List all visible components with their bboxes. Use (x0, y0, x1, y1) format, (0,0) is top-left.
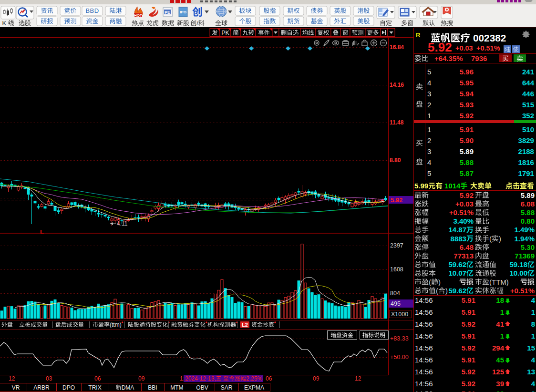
svg-text:VR: VR (12, 384, 20, 391)
svg-text:7936: 7936 (471, 54, 487, 62)
svg-text:2024-12-13,: 2024-12-13, (185, 375, 216, 382)
svg-text:): ) (438, 278, 441, 286)
svg-text:2.25%: 2.25% (246, 375, 262, 382)
svg-text:60: 60 (496, 390, 504, 392)
svg-text:(TTM): (TTM) (489, 278, 509, 286)
svg-text:(: ( (489, 235, 492, 243)
svg-text:14:56: 14:56 (415, 368, 433, 376)
svg-text:5.92: 5.92 (460, 191, 474, 199)
svg-text:5.92: 5.92 (462, 380, 475, 388)
svg-text:DPO: DPO (62, 384, 75, 391)
svg-text:OBV: OBV (196, 384, 208, 391)
svg-text:L: L (40, 228, 44, 236)
svg-text:3.40%: 3.40% (454, 217, 474, 225)
svg-text:12: 12 (355, 375, 361, 382)
svg-text:5.91: 5.91 (462, 308, 475, 316)
svg-text:2188: 2188 (518, 147, 534, 155)
svg-text:): ) (499, 235, 501, 243)
svg-text:5.88: 5.88 (460, 158, 474, 166)
svg-text:14:56: 14:56 (415, 390, 433, 392)
svg-text:8.80: 8.80 (390, 157, 401, 164)
svg-text:5.92: 5.92 (462, 344, 475, 352)
svg-text:1.94%: 1.94% (515, 235, 535, 243)
svg-text:8883: 8883 (451, 235, 466, 243)
svg-text:1: 1 (500, 308, 504, 316)
svg-text:6: 6 (531, 390, 535, 392)
svg-text:09: 09 (138, 375, 145, 382)
svg-text:18: 18 (496, 296, 504, 304)
svg-text:5.91: 5.91 (462, 390, 475, 392)
svg-text:510: 510 (522, 125, 534, 134)
svg-text:3: 3 (427, 147, 431, 155)
svg-text:5: 5 (427, 68, 431, 76)
svg-text:5.94: 5.94 (460, 90, 474, 98)
svg-text:X1000: X1000 (391, 311, 408, 318)
svg-text:4: 4 (531, 380, 536, 388)
svg-text:12: 12 (9, 375, 15, 382)
svg-text:(ttm): (ttm) (110, 321, 122, 328)
svg-text:1014: 1014 (444, 182, 461, 190)
svg-text:10.07: 10.07 (449, 269, 467, 277)
svg-text:3829: 3829 (518, 136, 534, 144)
svg-text:K: K (2, 20, 8, 27)
svg-text:+0.51%: +0.51% (510, 287, 535, 295)
svg-text:PK: PK (221, 30, 229, 36)
svg-text:TRIX: TRIX (88, 384, 101, 391)
svg-text:+0.51%: +0.51% (449, 208, 474, 217)
svg-text:5.91: 5.91 (462, 332, 475, 340)
svg-text:241: 241 (522, 68, 534, 76)
svg-text:6.48: 6.48 (460, 243, 474, 251)
svg-text:5.92: 5.92 (462, 320, 475, 328)
svg-text:5.92: 5.92 (460, 112, 474, 120)
svg-text:1816: 1816 (518, 158, 534, 166)
svg-text:41: 41 (496, 320, 504, 328)
svg-text:/: / (196, 20, 198, 27)
svg-text:DMA: DMA (122, 384, 134, 391)
svg-text:5.88: 5.88 (521, 208, 535, 217)
svg-text:13: 13 (527, 368, 535, 376)
svg-text:644: 644 (522, 79, 535, 87)
svg-text:5.92: 5.92 (428, 40, 452, 54)
svg-text:1791: 1791 (518, 169, 534, 177)
svg-text:39: 39 (496, 380, 504, 388)
svg-text:5.92: 5.92 (391, 196, 402, 204)
svg-text:1: 1 (500, 332, 504, 340)
svg-text:294: 294 (492, 344, 505, 352)
svg-text:14:56: 14:56 (415, 308, 433, 316)
svg-text:03: 03 (46, 375, 52, 382)
svg-text:+83.33: +83.33 (390, 335, 409, 342)
svg-text:352: 352 (522, 112, 534, 120)
svg-text:59.18: 59.18 (510, 260, 528, 268)
svg-text:10.00: 10.00 (510, 269, 528, 277)
svg-text:+64.35%: +64.35% (434, 54, 463, 62)
svg-text:5.95: 5.95 (460, 79, 474, 87)
svg-text:11.48: 11.48 (390, 119, 404, 126)
svg-text:R: R (416, 31, 421, 39)
svg-text:MTM: MTM (170, 384, 183, 391)
svg-text:71369: 71369 (515, 252, 535, 260)
svg-text:1: 1 (427, 112, 431, 120)
svg-text:1: 1 (531, 332, 535, 340)
svg-text:+0.51%: +0.51% (476, 44, 500, 52)
svg-text:EXPMA: EXPMA (244, 384, 264, 391)
svg-text:06: 06 (94, 375, 101, 382)
svg-text:SAR: SAR (221, 384, 233, 391)
svg-text:14:56: 14:56 (415, 320, 433, 328)
svg-text:5.89: 5.89 (460, 147, 474, 155)
svg-text:5.91: 5.91 (460, 125, 474, 134)
svg-text:2: 2 (427, 101, 431, 109)
svg-text:BBI: BBI (148, 384, 157, 391)
svg-text:2: 2 (427, 136, 431, 144)
svg-text:4: 4 (531, 296, 536, 304)
svg-text:804: 804 (390, 290, 400, 297)
svg-text:14:56: 14:56 (415, 296, 433, 304)
svg-text:+50.00: +50.00 (390, 354, 409, 361)
svg-text:0.80: 0.80 (521, 217, 535, 225)
svg-text:4: 4 (427, 158, 431, 166)
svg-text:5.90: 5.90 (460, 136, 474, 144)
svg-text:8: 8 (531, 320, 535, 328)
svg-text:4: 4 (427, 79, 431, 87)
svg-text:3: 3 (427, 90, 431, 98)
svg-text:5.89: 5.89 (521, 191, 535, 199)
svg-text:HOT: HOT (134, 13, 142, 18)
